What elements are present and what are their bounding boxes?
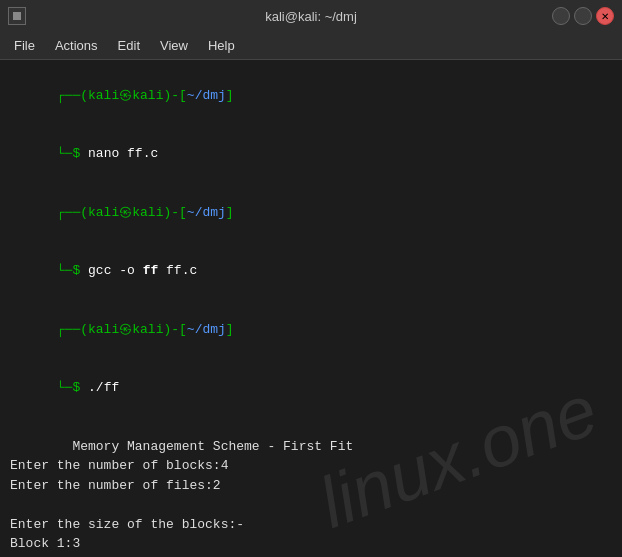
terminal-icon [8,7,26,25]
command-text: gcc -o ff ff.c [88,263,197,278]
prompt-user: ┌──(kali㉿kali)-[~/dmj] [57,205,234,220]
terminal-line: ┌──(kali㉿kali)-[~/dmj] [10,183,612,242]
menu-help[interactable]: Help [198,34,245,57]
output-line: Enter the number of blocks:4 [10,456,612,476]
output-line: Enter the number of files:2 [10,476,612,496]
maximize-button[interactable] [574,7,592,25]
terminal-window: kali@kali: ~/dmj ✕ File Actions Edit Vie… [0,0,622,557]
menu-file[interactable]: File [4,34,45,57]
output-line: Memory Management Scheme - First Fit [10,437,612,457]
output-line: Block 1:3 [10,534,612,554]
command-text: nano ff.c [88,146,158,161]
terminal-line: └─$ nano ff.c [10,125,612,184]
blank-line [10,495,612,515]
window-controls: ✕ [552,7,614,25]
title-bar: kali@kali: ~/dmj ✕ [0,0,622,32]
prompt-dollar: └─$ [57,263,88,278]
terminal-line: └─$ ./ff [10,359,612,418]
close-button[interactable]: ✕ [596,7,614,25]
prompt-dollar: └─$ [57,146,88,161]
terminal-line: └─$ gcc -o ff ff.c [10,242,612,301]
blank-line [10,417,612,437]
menu-bar: File Actions Edit View Help [0,32,622,60]
prompt-user: ┌──(kali㉿kali)-[~/dmj] [57,88,234,103]
window-title: kali@kali: ~/dmj [265,9,357,24]
command-text: ./ff [88,380,119,395]
terminal-line: ┌──(kali㉿kali)-[~/dmj] [10,66,612,125]
output-line: Block 2:2 [10,554,612,558]
title-bar-left [8,7,26,25]
terminal-body[interactable]: ┌──(kali㉿kali)-[~/dmj] └─$ nano ff.c ┌──… [0,60,622,557]
terminal-line: ┌──(kali㉿kali)-[~/dmj] [10,300,612,359]
minimize-button[interactable] [552,7,570,25]
menu-edit[interactable]: Edit [108,34,150,57]
output-line: Enter the size of the blocks:- [10,515,612,535]
prompt-dollar: └─$ [57,380,88,395]
prompt-user: ┌──(kali㉿kali)-[~/dmj] [57,322,234,337]
menu-view[interactable]: View [150,34,198,57]
menu-actions[interactable]: Actions [45,34,108,57]
